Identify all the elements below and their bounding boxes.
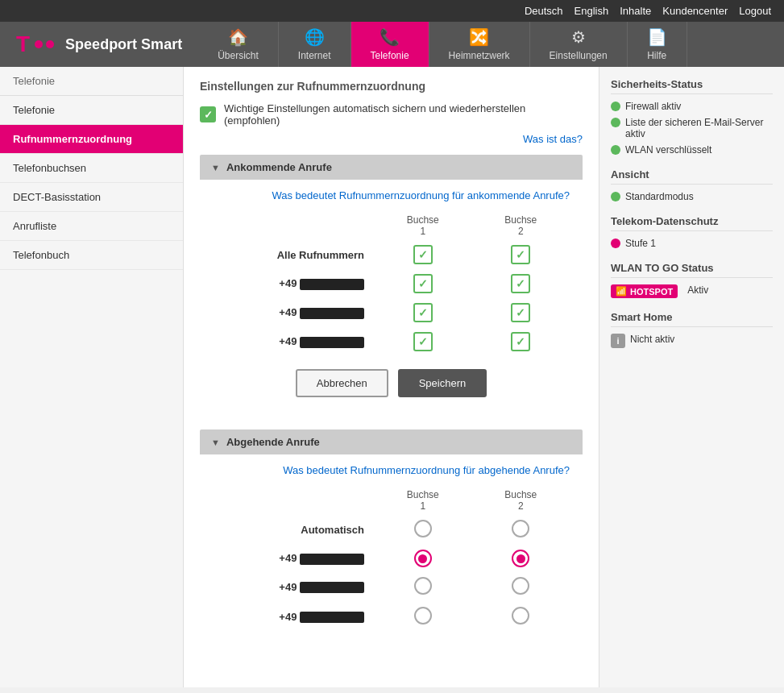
outgoing-row3-buchse2-radio[interactable]	[512, 607, 529, 625]
internet-icon: 🌐	[305, 27, 325, 47]
outgoing-row2-buchse2-radio[interactable]	[512, 577, 529, 595]
datenschutz-title: Telekom-Datenschutz	[611, 215, 773, 231]
nav-einstellungen[interactable]: ⚙ Einstellungen	[530, 22, 628, 67]
incoming-help-link[interactable]: Was bedeutet Rufnummernzuordnung für ank…	[213, 189, 570, 201]
inhalte-link[interactable]: Inhalte	[620, 5, 651, 17]
outgoing-calls-header[interactable]: ▼ Abgehende Anrufe	[200, 429, 583, 454]
outgoing-row1-buchse2-radio[interactable]	[512, 550, 529, 567]
ansicht-title: Ansicht	[611, 168, 773, 185]
nav-internet[interactable]: 🌐 Internet	[279, 22, 351, 67]
sidebar-item-telefonbuchsen[interactable]: Telefonbuchsen	[0, 154, 183, 183]
home-icon: 🏠	[228, 27, 248, 47]
left-sidebar: Telefonie Telefonie Rufnummernzuordnung …	[0, 67, 184, 687]
table-row: Alle Rufnummern	[213, 240, 570, 269]
t-letter: T	[16, 31, 30, 57]
logo-area: T Speedport Smart	[0, 22, 198, 67]
outgoing-row-auto-label: Automatisch	[213, 515, 374, 545]
outgoing-calls-title: Abgehende Anrufe	[226, 436, 320, 448]
nav-heimnetzwerk[interactable]: 🔀 Heimnetzwerk	[429, 22, 530, 67]
sidebar-item-rufnummer[interactable]: Rufnummernzuordnung	[0, 125, 183, 154]
sidebar-item-anrufliste[interactable]: Anrufliste	[0, 212, 183, 241]
incoming-col2-header: Buchse2	[472, 211, 570, 240]
row-label-3: +49	[213, 327, 374, 356]
wlan-togo-section: WLAN TO GO Status 📶 HOTSPOT Aktiv	[611, 262, 773, 298]
incoming-row2-buchse1-checkbox[interactable]	[413, 303, 433, 322]
nav-hilfe-label: Hilfe	[647, 50, 666, 61]
help-icon: 📄	[647, 27, 667, 47]
sidebar-section-title: Telefonie	[0, 67, 183, 96]
firewall-label: Firewall aktiv	[625, 101, 681, 112]
nav-uebersicht[interactable]: 🏠 Übersicht	[198, 22, 279, 67]
cancel-button[interactable]: Abbrechen	[296, 369, 388, 397]
security-wlan: WLAN verschlüsselt	[611, 144, 773, 156]
logo-dot-2	[46, 40, 54, 48]
incoming-row1-buchse1-checkbox[interactable]	[413, 274, 433, 293]
datenschutz-item: Stufe 1	[611, 238, 773, 249]
phone-redacted-3	[300, 337, 364, 348]
sidebar-item-telefonie[interactable]: Telefonie	[0, 96, 183, 125]
sidebar-item-telefonbuch[interactable]: Telefonbuch	[0, 241, 183, 270]
row-label-2: +49	[213, 298, 374, 327]
header: T Speedport Smart 🏠 Übersicht 🌐 Internet…	[0, 22, 784, 67]
phone-redacted-out-2	[300, 582, 364, 593]
incoming-row1-buchse2-checkbox[interactable]	[511, 274, 530, 293]
phone-redacted-out-3	[300, 612, 364, 623]
outgoing-row3-buchse1-radio[interactable]	[414, 607, 432, 625]
outgoing-calls-section: ▼ Abgehende Anrufe Was bedeutet Rufnumme…	[200, 429, 583, 658]
outgoing-row2-buchse1-radio[interactable]	[414, 577, 432, 595]
logout-link[interactable]: Logout	[739, 5, 771, 17]
kundencenter-link[interactable]: Kundencenter	[662, 5, 728, 17]
incoming-row2-buchse2-checkbox[interactable]	[511, 303, 530, 322]
smarthome-item: i Nicht aktiv	[611, 334, 773, 348]
incoming-calls-title: Ankommende Anrufe	[226, 161, 332, 173]
auto-save-label: Wichtige Einstellungen automatisch siche…	[224, 102, 583, 127]
logo-dots	[35, 40, 54, 48]
row-label-alle: Alle Rufnummern	[213, 240, 374, 269]
datenschutz-section: Telekom-Datenschutz Stufe 1	[611, 215, 773, 249]
phone-redacted-2	[300, 308, 364, 319]
nav-heimnetzwerk-label: Heimnetzwerk	[449, 50, 510, 61]
incoming-arrow-icon: ▼	[211, 163, 220, 172]
row-label-1: +49	[213, 269, 374, 298]
lang-deutsch[interactable]: Deutsch	[525, 5, 563, 17]
outgoing-auto-buchse2-radio[interactable]	[512, 520, 529, 537]
outgoing-row1-buchse1-radio[interactable]	[414, 550, 432, 567]
smarthome-label: Nicht aktiv	[630, 334, 674, 345]
outgoing-calls-table: Buchse1 Buchse2 Automatisch +49	[213, 486, 570, 632]
phone-redacted-1	[300, 279, 364, 290]
incoming-alle-buchse1-checkbox[interactable]	[413, 245, 433, 264]
hotspot-badge: 📶 HOTSPOT	[611, 284, 678, 298]
what-is-link[interactable]: Was ist das?	[200, 133, 583, 145]
incoming-calls-header[interactable]: ▼ Ankommende Anrufe	[200, 155, 583, 180]
outgoing-arrow-icon: ▼	[211, 438, 220, 447]
security-email: Liste der sicheren E-Mail-Server aktiv	[611, 117, 773, 139]
smarthome-title: Smart Home	[611, 311, 773, 327]
table-row: +49	[213, 298, 570, 327]
firewall-status-dot	[611, 102, 620, 111]
logo-dot-1	[35, 40, 43, 48]
table-row: +49	[213, 572, 570, 602]
incoming-alle-buchse2-checkbox[interactable]	[511, 245, 530, 264]
incoming-row3-buchse2-checkbox[interactable]	[511, 332, 530, 351]
save-button[interactable]: Speichern	[398, 369, 487, 397]
smarthome-section: Smart Home i Nicht aktiv	[611, 311, 773, 348]
incoming-calls-section: ▼ Ankommende Anrufe Was bedeutet Rufnumm…	[200, 155, 583, 417]
lang-english[interactable]: English	[575, 5, 609, 17]
incoming-row3-buchse1-checkbox[interactable]	[413, 332, 433, 351]
outgoing-row1-label: +49	[213, 545, 374, 572]
email-label: Liste der sicheren E-Mail-Server aktiv	[625, 117, 773, 139]
main-content: Einstellungen zur Rufnummernzuordnung Wi…	[184, 67, 599, 687]
nav-hilfe[interactable]: 📄 Hilfe	[628, 22, 687, 67]
datenschutz-label: Stufe 1	[625, 238, 656, 249]
top-navigation: Deutsch English Inhalte Kundencenter Log…	[0, 0, 784, 22]
outgoing-auto-buchse1-radio[interactable]	[414, 520, 432, 537]
nav-telefonie[interactable]: 📞 Telefonie	[351, 22, 429, 67]
wlan-togo-status-label: Aktiv	[687, 284, 708, 296]
sidebar-item-dect[interactable]: DECT-Basisstation	[0, 183, 183, 212]
table-row: +49	[213, 327, 570, 356]
outgoing-calls-body: Was bedeutet Rufnummernzuordnung für abg…	[200, 454, 583, 658]
outgoing-help-link[interactable]: Was bedeutet Rufnummernzuordnung für abg…	[213, 464, 570, 476]
auto-save-checkbox[interactable]	[200, 106, 216, 122]
incoming-calls-body: Was bedeutet Rufnummernzuordnung für ank…	[200, 180, 583, 417]
settings-save-row: Wichtige Einstellungen automatisch siche…	[200, 102, 583, 127]
